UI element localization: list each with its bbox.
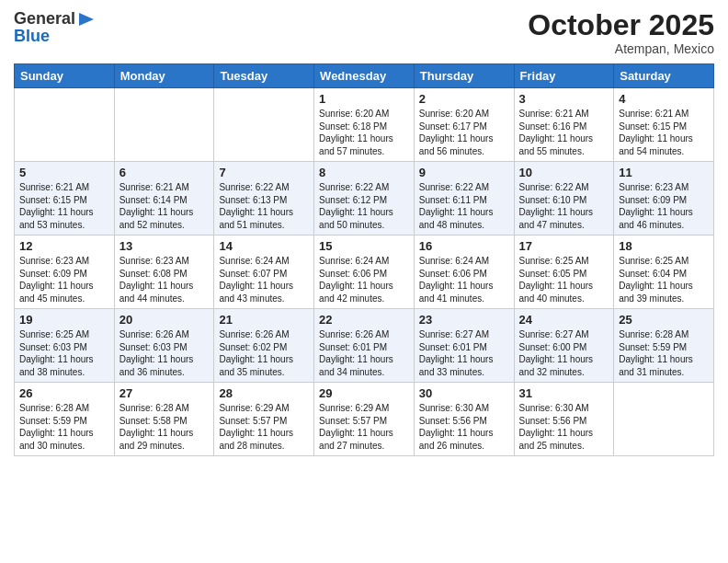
day-info: Sunrise: 6:23 AM Sunset: 6:09 PM Dayligh… xyxy=(619,181,709,231)
day-number: 8 xyxy=(319,166,409,179)
day-info: Sunrise: 6:27 AM Sunset: 6:01 PM Dayligh… xyxy=(419,328,509,378)
day-info: Sunrise: 6:23 AM Sunset: 6:09 PM Dayligh… xyxy=(19,255,109,304)
calendar-cell: 24Sunrise: 6:27 AM Sunset: 6:00 PM Dayli… xyxy=(514,309,614,383)
day-number: 9 xyxy=(419,166,509,179)
calendar-cell: 7Sunrise: 6:22 AM Sunset: 6:13 PM Daylig… xyxy=(214,162,314,236)
day-number: 24 xyxy=(519,313,609,327)
calendar-header-sunday: Sunday xyxy=(15,64,115,88)
day-number: 6 xyxy=(119,166,210,179)
calendar-cell: 2Sunrise: 6:20 AM Sunset: 6:17 PM Daylig… xyxy=(414,88,514,162)
logo-arrow-icon xyxy=(77,11,96,28)
day-info: Sunrise: 6:24 AM Sunset: 6:07 PM Dayligh… xyxy=(219,255,309,304)
logo-general-text: General xyxy=(14,9,75,29)
calendar: SundayMondayTuesdayWednesdayThursdayFrid… xyxy=(14,63,714,456)
day-number: 10 xyxy=(519,166,609,179)
day-number: 11 xyxy=(619,166,709,179)
day-number: 25 xyxy=(619,313,709,327)
day-info: Sunrise: 6:27 AM Sunset: 6:00 PM Dayligh… xyxy=(519,328,609,378)
day-info: Sunrise: 6:22 AM Sunset: 6:10 PM Dayligh… xyxy=(519,181,609,231)
calendar-header-wednesday: Wednesday xyxy=(314,64,415,88)
day-info: Sunrise: 6:26 AM Sunset: 6:02 PM Dayligh… xyxy=(219,328,309,378)
day-number: 18 xyxy=(619,239,709,253)
calendar-week-4: 19Sunrise: 6:25 AM Sunset: 6:03 PM Dayli… xyxy=(15,309,714,383)
calendar-cell: 20Sunrise: 6:26 AM Sunset: 6:03 PM Dayli… xyxy=(114,309,214,383)
day-info: Sunrise: 6:29 AM Sunset: 5:57 PM Dayligh… xyxy=(219,402,309,452)
calendar-header-saturday: Saturday xyxy=(614,64,714,88)
day-number: 2 xyxy=(419,92,509,106)
calendar-cell: 1Sunrise: 6:20 AM Sunset: 6:18 PM Daylig… xyxy=(314,88,415,162)
day-number: 29 xyxy=(319,386,409,400)
day-number: 16 xyxy=(419,239,509,253)
day-number: 22 xyxy=(319,313,409,327)
day-info: Sunrise: 6:23 AM Sunset: 6:08 PM Dayligh… xyxy=(119,255,210,304)
day-info: Sunrise: 6:21 AM Sunset: 6:15 PM Dayligh… xyxy=(619,108,709,157)
day-info: Sunrise: 6:30 AM Sunset: 5:56 PM Dayligh… xyxy=(519,402,609,452)
calendar-cell xyxy=(15,88,115,162)
day-info: Sunrise: 6:26 AM Sunset: 6:03 PM Dayligh… xyxy=(119,328,210,378)
day-number: 21 xyxy=(219,313,309,327)
day-number: 1 xyxy=(319,92,409,106)
day-number: 14 xyxy=(219,239,309,253)
calendar-cell xyxy=(614,383,714,456)
calendar-cell: 3Sunrise: 6:21 AM Sunset: 6:16 PM Daylig… xyxy=(514,88,614,162)
day-number: 20 xyxy=(119,313,210,327)
calendar-cell: 11Sunrise: 6:23 AM Sunset: 6:09 PM Dayli… xyxy=(614,162,714,236)
day-info: Sunrise: 6:24 AM Sunset: 6:06 PM Dayligh… xyxy=(419,255,509,304)
calendar-cell: 17Sunrise: 6:25 AM Sunset: 6:05 PM Dayli… xyxy=(514,236,614,309)
day-number: 26 xyxy=(19,386,109,400)
day-info: Sunrise: 6:22 AM Sunset: 6:13 PM Dayligh… xyxy=(219,181,309,231)
day-number: 3 xyxy=(519,92,609,106)
day-number: 7 xyxy=(219,166,309,179)
calendar-cell: 10Sunrise: 6:22 AM Sunset: 6:10 PM Dayli… xyxy=(514,162,614,236)
day-info: Sunrise: 6:21 AM Sunset: 6:16 PM Dayligh… xyxy=(519,108,609,157)
calendar-cell: 14Sunrise: 6:24 AM Sunset: 6:07 PM Dayli… xyxy=(214,236,314,309)
header: General Blue October 2025 Atempan, Mexic… xyxy=(14,9,714,56)
calendar-cell: 19Sunrise: 6:25 AM Sunset: 6:03 PM Dayli… xyxy=(15,309,115,383)
day-number: 4 xyxy=(619,92,709,106)
calendar-header-friday: Friday xyxy=(514,64,614,88)
calendar-header-thursday: Thursday xyxy=(414,64,514,88)
day-info: Sunrise: 6:20 AM Sunset: 6:17 PM Dayligh… xyxy=(419,108,509,157)
calendar-cell: 6Sunrise: 6:21 AM Sunset: 6:14 PM Daylig… xyxy=(114,162,214,236)
day-info: Sunrise: 6:25 AM Sunset: 6:04 PM Dayligh… xyxy=(619,255,709,304)
day-number: 17 xyxy=(519,239,609,253)
month-title: October 2025 xyxy=(528,9,714,41)
title-block: October 2025 Atempan, Mexico xyxy=(528,9,714,56)
day-number: 30 xyxy=(419,386,509,400)
calendar-cell: 23Sunrise: 6:27 AM Sunset: 6:01 PM Dayli… xyxy=(414,309,514,383)
calendar-cell: 27Sunrise: 6:28 AM Sunset: 5:58 PM Dayli… xyxy=(114,383,214,456)
calendar-cell: 22Sunrise: 6:26 AM Sunset: 6:01 PM Dayli… xyxy=(314,309,415,383)
day-info: Sunrise: 6:30 AM Sunset: 5:56 PM Dayligh… xyxy=(419,402,509,452)
day-number: 28 xyxy=(219,386,309,400)
calendar-cell: 4Sunrise: 6:21 AM Sunset: 6:15 PM Daylig… xyxy=(614,88,714,162)
day-number: 13 xyxy=(119,239,210,253)
calendar-cell xyxy=(214,88,314,162)
calendar-cell: 29Sunrise: 6:29 AM Sunset: 5:57 PM Dayli… xyxy=(314,383,415,456)
day-info: Sunrise: 6:22 AM Sunset: 6:11 PM Dayligh… xyxy=(419,181,509,231)
calendar-cell: 21Sunrise: 6:26 AM Sunset: 6:02 PM Dayli… xyxy=(214,309,314,383)
day-number: 31 xyxy=(519,386,609,400)
calendar-cell: 28Sunrise: 6:29 AM Sunset: 5:57 PM Dayli… xyxy=(214,383,314,456)
day-number: 12 xyxy=(19,239,109,253)
calendar-week-5: 26Sunrise: 6:28 AM Sunset: 5:59 PM Dayli… xyxy=(15,383,714,456)
calendar-cell: 5Sunrise: 6:21 AM Sunset: 6:15 PM Daylig… xyxy=(15,162,115,236)
day-number: 23 xyxy=(419,313,509,327)
calendar-cell: 15Sunrise: 6:24 AM Sunset: 6:06 PM Dayli… xyxy=(314,236,415,309)
day-info: Sunrise: 6:28 AM Sunset: 5:59 PM Dayligh… xyxy=(19,402,109,452)
calendar-cell: 12Sunrise: 6:23 AM Sunset: 6:09 PM Dayli… xyxy=(15,236,115,309)
calendar-header-row: SundayMondayTuesdayWednesdayThursdayFrid… xyxy=(15,64,714,88)
logo: General Blue xyxy=(14,9,96,46)
day-number: 27 xyxy=(119,386,210,400)
day-info: Sunrise: 6:22 AM Sunset: 6:12 PM Dayligh… xyxy=(319,181,409,231)
day-number: 15 xyxy=(319,239,409,253)
calendar-week-2: 5Sunrise: 6:21 AM Sunset: 6:15 PM Daylig… xyxy=(15,162,714,236)
calendar-cell: 8Sunrise: 6:22 AM Sunset: 6:12 PM Daylig… xyxy=(314,162,415,236)
day-info: Sunrise: 6:25 AM Sunset: 6:05 PM Dayligh… xyxy=(519,255,609,304)
calendar-header-monday: Monday xyxy=(114,64,214,88)
day-info: Sunrise: 6:28 AM Sunset: 5:59 PM Dayligh… xyxy=(619,328,709,378)
logo-blue-text: Blue xyxy=(14,27,96,46)
location: Atempan, Mexico xyxy=(528,41,714,56)
page: General Blue October 2025 Atempan, Mexic… xyxy=(0,0,728,563)
day-info: Sunrise: 6:21 AM Sunset: 6:14 PM Dayligh… xyxy=(119,181,210,231)
day-info: Sunrise: 6:20 AM Sunset: 6:18 PM Dayligh… xyxy=(319,108,409,157)
